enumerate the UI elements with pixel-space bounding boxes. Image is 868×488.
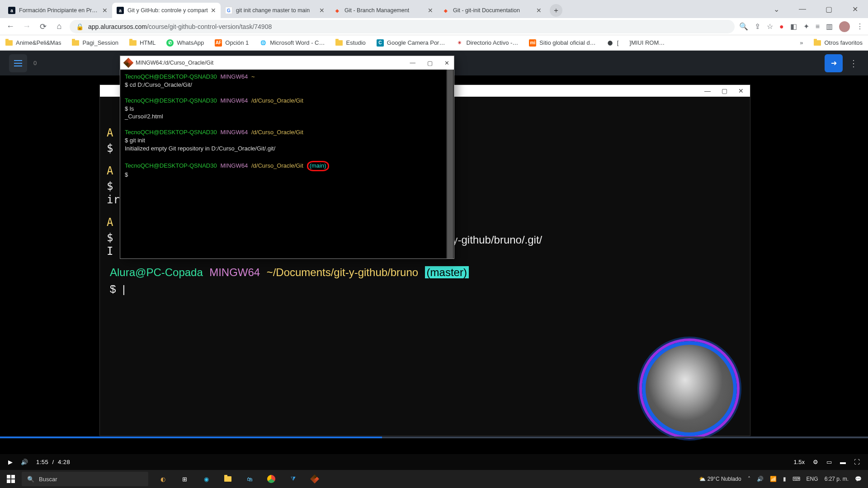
browser-tab[interactable]: G git init change master to main ✕ bbox=[221, 3, 329, 18]
bookmark-item[interactable]: ✆WhatsApp bbox=[166, 39, 204, 47]
browser-tab[interactable]: a Formación Principiante en Progra ✕ bbox=[4, 3, 112, 18]
avatar-icon[interactable] bbox=[839, 21, 850, 32]
bookmark-item[interactable]: ⬤[ bbox=[607, 39, 619, 47]
url-text: app.aluracursos.com/course/git-github-co… bbox=[88, 23, 272, 30]
tray-chevron-icon[interactable]: ˄ bbox=[748, 476, 750, 482]
speaker-avatar bbox=[642, 341, 737, 436]
site-icon: ☀ bbox=[456, 39, 463, 47]
favicon: ◆ bbox=[442, 7, 449, 14]
star-icon[interactable]: ☆ bbox=[767, 22, 773, 31]
menu-icon[interactable]: ⋮ bbox=[856, 22, 863, 31]
chrome-icon[interactable] bbox=[261, 470, 281, 488]
browser-tab[interactable]: a Git y GitHub: controle y compart ✕ bbox=[112, 3, 221, 18]
site-icon: C bbox=[377, 39, 384, 47]
home-button[interactable]: ⌂ bbox=[53, 21, 65, 33]
play-button[interactable]: ▶ bbox=[8, 459, 13, 465]
chevron-down-icon[interactable]: ⌄ bbox=[763, 0, 789, 18]
sound-icon[interactable]: 🔊 bbox=[757, 476, 764, 482]
explorer-icon[interactable] bbox=[218, 470, 238, 488]
terminal-output: TecnoQCH@DESKTOP-QSNAD30 MINGW64 ~ $ cd … bbox=[120, 70, 454, 183]
reload-button[interactable]: ⟳ bbox=[37, 21, 49, 33]
close-icon[interactable]: ✕ bbox=[536, 7, 542, 14]
close-icon[interactable]: ✕ bbox=[842, 0, 868, 18]
close-icon[interactable]: ✕ bbox=[211, 7, 216, 14]
bookmark-item[interactable]: miSitio global oficial d… bbox=[529, 39, 595, 47]
folder-icon bbox=[72, 40, 79, 46]
next-button[interactable]: ➜ bbox=[825, 54, 843, 72]
close-icon[interactable]: ✕ bbox=[319, 7, 325, 14]
cortana-icon[interactable]: ◐ bbox=[153, 470, 173, 488]
menu-toggle-button[interactable] bbox=[9, 54, 27, 72]
reading-list-icon[interactable]: ▥ bbox=[826, 22, 833, 31]
taskbar-pinned: ◐ ⊞ ◉ 🛍 ⧩ bbox=[153, 470, 325, 488]
list-icon[interactable]: ≡ bbox=[816, 23, 820, 31]
bookmarks-bar: Anime&Peli&Mas Pagi_Session HTML ✆WhatsA… bbox=[0, 35, 868, 51]
minimize-icon[interactable]: — bbox=[410, 60, 416, 66]
start-button[interactable] bbox=[0, 475, 22, 483]
favicon: ◆ bbox=[334, 7, 341, 14]
new-tab-button[interactable]: ＋ bbox=[550, 4, 562, 17]
minimize-icon: — bbox=[704, 87, 711, 94]
settings-icon[interactable]: ⚙ bbox=[813, 459, 818, 465]
weather-widget[interactable]: ⛅ 29°C Nublado bbox=[699, 476, 741, 482]
bookmark-item[interactable]: Pagi_Session bbox=[72, 39, 118, 46]
bookmark-item[interactable]: ]MIUI ROM… bbox=[629, 39, 665, 46]
bookmark-item[interactable]: HTML bbox=[129, 39, 156, 46]
fullscreen-icon[interactable]: ⛶ bbox=[854, 459, 860, 465]
wifi-icon[interactable]: 📶 bbox=[770, 476, 777, 482]
progress-bar[interactable] bbox=[0, 436, 868, 438]
other-bookmarks[interactable]: Otros favoritos bbox=[814, 39, 863, 46]
maximize-icon[interactable]: ▢ bbox=[427, 60, 433, 66]
clock[interactable]: 6:27 p. m. bbox=[825, 476, 849, 482]
browser-tab[interactable]: ◆ Git - Branch Management ✕ bbox=[329, 3, 438, 18]
forward-button[interactable]: → bbox=[21, 21, 33, 33]
favicon: G bbox=[225, 7, 232, 14]
store-icon[interactable]: 🛍 bbox=[240, 470, 259, 488]
bookmark-item[interactable]: 🌐Microsoft Word - C… bbox=[259, 39, 325, 47]
taskbar-search[interactable]: 🔍 Buscar bbox=[22, 472, 148, 486]
bookmark-item[interactable]: AFOpción 1 bbox=[215, 39, 249, 47]
svg-rect-2 bbox=[7, 479, 10, 483]
close-icon[interactable]: ✕ bbox=[428, 7, 433, 14]
zoom-icon[interactable]: 🔍 bbox=[739, 22, 748, 31]
share-icon[interactable]: ⇪ bbox=[755, 22, 760, 31]
gitbash-taskbar-icon[interactable] bbox=[305, 470, 325, 488]
back-button[interactable]: ← bbox=[5, 21, 16, 33]
terminal-fragment: I bbox=[107, 244, 113, 259]
close-icon[interactable]: ✕ bbox=[102, 7, 108, 14]
scrollbar[interactable] bbox=[446, 70, 454, 258]
maximize-icon[interactable]: ▢ bbox=[816, 0, 842, 18]
omnibox[interactable]: 🔒 app.aluracursos.com/course/git-github-… bbox=[70, 20, 735, 33]
minimize-icon[interactable]: — bbox=[789, 0, 816, 18]
record-icon[interactable]: ● bbox=[779, 23, 784, 31]
tab-title: Formación Principiante en Progra bbox=[19, 7, 99, 14]
language-indicator[interactable]: ENG bbox=[807, 476, 818, 482]
bookmark-item[interactable]: ☀Directorio Activo -… bbox=[456, 39, 518, 47]
address-bar: ← → ⟳ ⌂ 🔒 app.aluracursos.com/course/git… bbox=[0, 18, 868, 35]
theater-icon[interactable]: ▬ bbox=[840, 459, 846, 465]
svg-rect-1 bbox=[11, 475, 15, 479]
volume-button[interactable]: 🔊 bbox=[21, 459, 28, 465]
bookmark-item[interactable]: Anime&Peli&Mas bbox=[5, 39, 61, 46]
close-icon[interactable]: ✕ bbox=[444, 60, 449, 66]
taskview-icon[interactable]: ⊞ bbox=[175, 470, 194, 488]
whatsapp-icon: ✆ bbox=[166, 39, 174, 47]
site-icon: AF bbox=[215, 39, 222, 47]
bookmark-item[interactable]: Estudio bbox=[335, 39, 365, 46]
folder-icon bbox=[5, 40, 13, 46]
speed-label[interactable]: 1.5x bbox=[793, 459, 805, 465]
gitbash-titlebar[interactable]: MINGW64:/d/Curso_Oracle/Git — ▢ ✕ bbox=[120, 56, 454, 70]
battery-icon[interactable]: ▮ bbox=[783, 476, 786, 482]
notifications-icon[interactable]: 💬 bbox=[855, 476, 862, 482]
bookmark-item[interactable]: CGoogle Camera Por… bbox=[377, 39, 445, 47]
puzzle-icon[interactable]: ✦ bbox=[803, 22, 809, 31]
browser-tab[interactable]: ◆ Git - git-init Documentation ✕ bbox=[438, 3, 546, 18]
vscode-icon[interactable]: ⧩ bbox=[283, 470, 303, 488]
edge-icon[interactable]: ◉ bbox=[196, 470, 216, 488]
overflow-icon[interactable]: » bbox=[800, 39, 803, 46]
keyboard-icon[interactable]: ⌨ bbox=[793, 476, 800, 482]
gitbash-window[interactable]: MINGW64:/d/Curso_Oracle/Git — ▢ ✕ TecnoQ… bbox=[120, 56, 454, 259]
extension-icon[interactable]: ◧ bbox=[790, 22, 797, 31]
kebab-icon[interactable]: ⋮ bbox=[849, 58, 859, 69]
mini-player-icon[interactable]: ▭ bbox=[826, 459, 832, 465]
